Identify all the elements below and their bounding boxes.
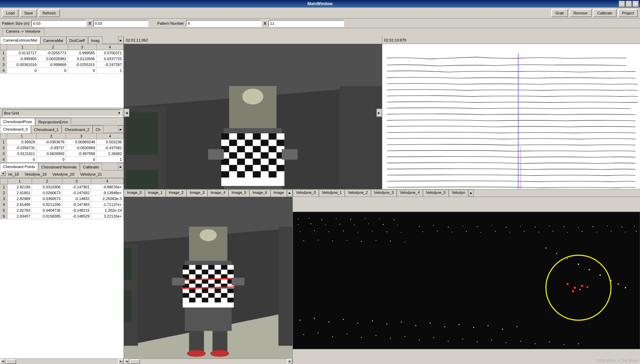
chessboard-col-ch[interactable]: Ch [93, 125, 104, 133]
tab-image-0[interactable]: Image_0 [124, 189, 145, 197]
pattern-number-label: Pattern Number [157, 21, 184, 25]
tab-velodyne-0[interactable]: Velodyne_0 [293, 189, 319, 197]
tab-image-4[interactable]: Image_4 [207, 189, 228, 197]
svg-point-169 [556, 253, 557, 254]
scroll-thumb[interactable] [6, 359, 16, 364]
tab-image-more[interactable]: Image [270, 189, 287, 197]
svg-point-186 [430, 322, 431, 323]
tab-camera-mat[interactable]: CameraMat [40, 36, 66, 44]
bottom-tab-arrow[interactable]: ► [118, 163, 124, 170]
scroll-left-btn[interactable]: ◄ [0, 359, 6, 364]
tab-image-2[interactable]: Image_2 [166, 189, 187, 197]
tab-reprojection-error[interactable]: ReprojectionError [35, 118, 71, 125]
grab-button[interactable]: Grab [551, 9, 568, 17]
lidar-timestamp: 02:01:10:879 [382, 36, 640, 44]
camera-image-canvas [124, 44, 382, 189]
svg-point-219 [578, 343, 579, 344]
tab-image-5[interactable]: Image_5 [228, 189, 249, 197]
svg-point-124 [358, 232, 358, 232]
svg-rect-29 [253, 146, 261, 152]
tab-chessboard-points[interactable]: Chessboard Points [0, 163, 38, 170]
close-button[interactable]: ✕ [632, 1, 639, 7]
svg-rect-28 [237, 146, 245, 152]
tab-image-3[interactable]: Image_3 [186, 189, 207, 197]
chessboard-col-2[interactable]: Chessboard_2 [62, 125, 93, 133]
velodyne-table-wrapper[interactable]: 1 2 3 4 12.821960.0310306-0.147901-4.880… [0, 178, 124, 359]
image-tabs-strip: Image_0 Image_1 Image_2 Image_3 Image_4 … [124, 189, 292, 197]
pattern-size-input-2[interactable] [93, 20, 148, 27]
svg-point-218 [564, 344, 565, 345]
maximize-button[interactable]: □ [626, 1, 632, 7]
camera-scroll-thumb[interactable] [130, 359, 140, 364]
refresh-button[interactable]: Refresh [39, 9, 60, 17]
chessboard-col-arrow[interactable]: ► [118, 125, 124, 133]
svg-point-172 [589, 269, 590, 270]
scroll-right-btn[interactable]: ► [118, 359, 124, 364]
svg-rect-72 [202, 270, 209, 275]
svg-point-153 [553, 231, 554, 232]
save-button[interactable]: Save [20, 9, 37, 17]
bottom-lidar-image: CSDN @Son_of_the_BronX [293, 197, 640, 364]
camera-scroll-right[interactable]: ► [287, 359, 292, 364]
table-row: 42.814060.0211206-0.147483-1.71137e+ [0, 202, 124, 208]
pattern-size-input-1[interactable] [31, 20, 86, 27]
svg-rect-43 [221, 171, 229, 177]
tab-calibratio[interactable]: Calibratio [80, 163, 102, 170]
tab-imag[interactable]: Imag [88, 36, 103, 44]
velodyne-tab-arrow[interactable]: ► [468, 189, 474, 197]
svg-rect-19 [221, 140, 229, 146]
svg-point-125 [372, 231, 373, 231]
remove-button[interactable]: Remove [569, 9, 592, 17]
svg-point-129 [434, 225, 434, 226]
chessboard-col-0[interactable]: Chessboard_0 [0, 125, 31, 133]
bottom-tab-strip: Chessboard Points Chessboard Normals Cal… [0, 163, 124, 170]
camera-timestamp: 02:01:11:062 [124, 36, 382, 44]
svg-point-149 [495, 231, 496, 232]
tab-chessboard-normals[interactable]: Chessboard Normals [38, 163, 80, 170]
svg-point-199 [587, 286, 588, 288]
col-header-3: 3 [68, 44, 96, 50]
camera-scroll-left[interactable]: ◄ [124, 359, 129, 364]
svg-rect-77 [208, 274, 215, 279]
box-grid-select[interactable]: Box Grid [2, 109, 121, 117]
minimize-button[interactable]: — [619, 1, 625, 7]
velodyne-tabs-strip: Velodyne_0 Velodyne_1 Velodyne_2 Velodyn… [293, 189, 640, 197]
tab-velodyne-more[interactable]: Velodyn [449, 189, 468, 197]
pattern-size-label: Pattern Size (m) [2, 21, 29, 25]
svg-rect-92 [195, 293, 202, 298]
velodyne-scroll-left[interactable]: ◄ [0, 170, 6, 176]
load-button[interactable]: Load [2, 9, 19, 17]
tab-image-6[interactable]: Image_6 [249, 189, 270, 197]
bottom-scrollbar[interactable]: ◄ ► [0, 359, 124, 364]
tab-velodyne-4[interactable]: Velodyne_4 [397, 189, 423, 197]
bottom-camera-panel: Image_0 Image_1 Image_2 Image_3 Image_4 … [124, 189, 293, 364]
svg-point-187 [444, 326, 445, 327]
image-tab-arrow[interactable]: ► [287, 189, 292, 197]
calibrate-button[interactable]: Calibrate [593, 9, 617, 17]
table-row: 10.99929-0.03636760.009892480.503236 [0, 139, 124, 145]
tab-velodyne-3[interactable]: Velodyne_3 [371, 189, 397, 197]
tab-velodyne-1[interactable]: Velodyne_1 [319, 189, 345, 197]
window-title: MainWindow [307, 1, 332, 6]
tab-camera-extrinsic[interactable]: CameraExtrinsicMat [0, 36, 40, 44]
bottom-camera-image [124, 197, 292, 359]
tab-chessboard-pose[interactable]: ChessboardPose [0, 118, 35, 125]
bottom-camera-scrollbar[interactable]: ◄ ► [124, 359, 292, 364]
project-button[interactable]: Project [618, 9, 638, 17]
pattern-number-input-2[interactable] [268, 20, 344, 27]
tab-image-1[interactable]: Image_1 [145, 189, 166, 197]
camera-scroll-right[interactable]: ► [376, 109, 382, 117]
chessboard-col-1[interactable]: Chessboard_1 [31, 125, 62, 133]
tab-dist-coeff[interactable]: DistCoeff [66, 36, 88, 44]
svg-point-160 [303, 240, 305, 241]
camera-scroll-left[interactable]: ◄ [124, 109, 129, 117]
pattern-number-input-1[interactable] [186, 20, 262, 27]
svg-point-107 [336, 218, 337, 219]
velodyne-col-20: Velodyne_20 [50, 170, 77, 178]
tab-velodyne-2[interactable]: Velodyne_2 [345, 189, 371, 197]
tab-velodyne-5[interactable]: Velodyne_5 [423, 189, 449, 197]
svg-rect-24 [261, 140, 269, 146]
camera-velodyne-tab[interactable]: Camera -> Velodyne [2, 28, 44, 36]
matrix-tab-arrow[interactable]: ► [118, 36, 124, 44]
svg-rect-39 [229, 165, 237, 171]
